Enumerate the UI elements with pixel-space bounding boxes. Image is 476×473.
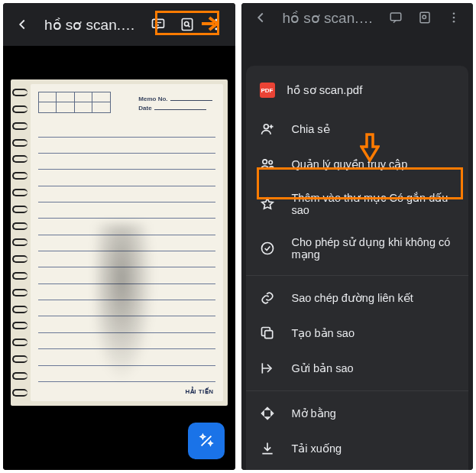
- menu-label: Tải xuống: [292, 442, 342, 455]
- svg-point-10: [453, 17, 455, 19]
- document-title: hồ sơ scan.pdf: [283, 9, 374, 27]
- menu-download[interactable]: Tải xuống: [246, 431, 469, 466]
- svg-rect-7: [420, 12, 429, 23]
- svg-point-11: [453, 21, 455, 23]
- menu-open-with[interactable]: Mở bằng: [246, 396, 469, 431]
- sheet-header: PDF hồ sơ scan.pdf: [246, 72, 469, 112]
- menu-label: Chia sẻ: [292, 123, 330, 135]
- offline-icon: [260, 241, 275, 256]
- svg-point-4: [215, 23, 217, 25]
- document-viewer[interactable]: Memo No. Date HẢI TIẾN: [3, 46, 235, 470]
- appbar-right: hồ sơ scan.pdf: [241, 3, 474, 32]
- appbar-left: hồ sơ scan.pdf: [3, 3, 235, 46]
- person-add-icon: [260, 121, 275, 137]
- svg-point-9: [453, 12, 455, 15]
- menu-rename[interactable]: Đổi tên: [246, 466, 469, 470]
- search-in-doc-icon[interactable]: [173, 10, 202, 39]
- search-in-doc-icon: [410, 3, 439, 32]
- menu-copy-link[interactable]: Sao chép đường liên kết: [246, 280, 469, 316]
- comment-icon[interactable]: [144, 10, 173, 39]
- svg-point-15: [261, 243, 273, 254]
- more-icon: [439, 3, 468, 32]
- menu-label: Sao chép đường liên kết: [292, 292, 413, 304]
- svg-rect-6: [390, 13, 401, 21]
- download-icon: [260, 441, 275, 456]
- notebook-page-image: Memo No. Date HẢI TIẾN: [11, 79, 228, 406]
- document-title: hồ sơ scan.pdf: [44, 16, 136, 34]
- svg-rect-1: [182, 19, 192, 31]
- menu-manage-access[interactable]: Quản lý quyền truy cập: [246, 147, 469, 182]
- more-icon[interactable]: [202, 10, 231, 39]
- svg-point-3: [215, 19, 217, 21]
- svg-point-12: [264, 125, 268, 129]
- send-icon: [260, 361, 275, 376]
- link-icon: [260, 290, 275, 306]
- comment-icon: [381, 3, 410, 32]
- svg-point-2: [184, 22, 188, 26]
- open-with-icon: [260, 406, 275, 421]
- people-icon: [260, 157, 275, 172]
- copy-icon: [260, 326, 275, 341]
- menu-share[interactable]: Chia sẻ: [246, 112, 469, 147]
- menu-label: Gửi bản sao: [292, 362, 354, 374]
- menu-make-copy[interactable]: Tạo bản sao: [246, 316, 469, 351]
- menu-add-star[interactable]: Thêm vào thư mục Có gắn dấu sao: [246, 182, 469, 226]
- magic-edit-fab[interactable]: [188, 423, 225, 459]
- right-screenshot: hồ sơ scan.pdf PDF hồ sơ scan.pdf: [241, 3, 474, 470]
- sheet-filename: hồ sơ scan.pdf: [287, 83, 363, 97]
- menu-label: Quản lý quyền truy cập: [292, 158, 408, 170]
- memo-header: Memo No. Date: [138, 95, 212, 113]
- menu-offline[interactable]: Cho phép sử dụng khi không có mạng: [246, 226, 469, 271]
- menu-label: Thêm vào thư mục Có gắn dấu sao: [292, 192, 455, 216]
- bottom-sheet: PDF hồ sơ scan.pdf Chia sẻ Quản lý quyền…: [246, 66, 469, 470]
- svg-point-8: [423, 15, 426, 19]
- svg-point-14: [268, 160, 272, 164]
- svg-point-13: [262, 160, 267, 164]
- svg-rect-16: [264, 331, 272, 339]
- left-screenshot: hồ sơ scan.pdf: [3, 3, 235, 470]
- menu-label: Tạo bản sao: [292, 327, 355, 339]
- menu-send-copy[interactable]: Gửi bản sao: [246, 351, 469, 386]
- menu-label: Mở bằng: [292, 407, 336, 420]
- menu-label: Cho phép sử dụng khi không có mạng: [292, 236, 455, 261]
- brand-text: HẢI TIẾN: [185, 388, 213, 395]
- svg-point-5: [215, 28, 217, 30]
- back-icon[interactable]: [8, 10, 37, 39]
- pdf-icon: PDF: [260, 83, 275, 98]
- star-icon: [260, 196, 275, 212]
- svg-rect-0: [152, 19, 164, 28]
- back-icon[interactable]: [246, 3, 275, 32]
